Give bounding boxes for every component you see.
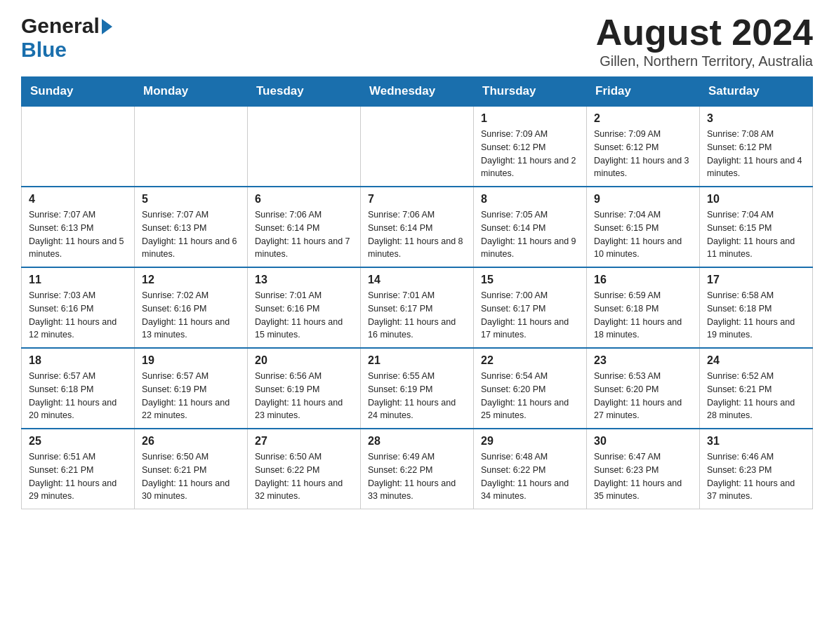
day-number: 25 — [29, 435, 127, 448]
day-info: Sunrise: 6:53 AMSunset: 6:20 PMDaylight:… — [594, 370, 692, 422]
day-number: 12 — [142, 274, 240, 286]
logo-general-text: General — [21, 14, 100, 38]
calendar-day-cell: 26Sunrise: 6:50 AMSunset: 6:21 PMDayligh… — [135, 429, 248, 509]
calendar-day-cell: 5Sunrise: 7:07 AMSunset: 6:13 PMDaylight… — [135, 187, 248, 267]
logo: General Blue — [21, 14, 112, 62]
calendar-day-cell: 4Sunrise: 7:07 AMSunset: 6:13 PMDaylight… — [22, 187, 135, 267]
calendar-day-cell: 3Sunrise: 7:08 AMSunset: 6:12 PMDaylight… — [700, 106, 813, 187]
day-number: 20 — [255, 354, 353, 367]
day-number: 28 — [368, 435, 466, 448]
calendar-day-cell: 14Sunrise: 7:01 AMSunset: 6:17 PMDayligh… — [361, 267, 474, 348]
day-info: Sunrise: 7:04 AMSunset: 6:15 PMDaylight:… — [594, 208, 692, 261]
day-info: Sunrise: 6:56 AMSunset: 6:19 PMDaylight:… — [255, 370, 353, 422]
calendar-day-cell: 29Sunrise: 6:48 AMSunset: 6:22 PMDayligh… — [474, 429, 587, 509]
page-header: General Blue August 2024 Gillen, Norther… — [21, 14, 813, 69]
calendar-day-cell — [135, 106, 248, 187]
calendar-day-cell: 17Sunrise: 6:58 AMSunset: 6:18 PMDayligh… — [700, 267, 813, 348]
day-number: 8 — [481, 193, 579, 206]
calendar-day-cell: 28Sunrise: 6:49 AMSunset: 6:22 PMDayligh… — [361, 429, 474, 509]
logo-blue-text: Blue — [21, 38, 67, 61]
column-header-thursday: Thursday — [474, 77, 587, 107]
calendar-day-cell: 25Sunrise: 6:51 AMSunset: 6:21 PMDayligh… — [22, 429, 135, 509]
calendar-day-cell: 31Sunrise: 6:46 AMSunset: 6:23 PMDayligh… — [700, 429, 813, 509]
calendar-day-cell: 10Sunrise: 7:04 AMSunset: 6:15 PMDayligh… — [700, 187, 813, 267]
calendar-day-cell: 8Sunrise: 7:05 AMSunset: 6:14 PMDaylight… — [474, 187, 587, 267]
day-number: 6 — [255, 193, 353, 206]
calendar-week-row: 18Sunrise: 6:57 AMSunset: 6:18 PMDayligh… — [22, 348, 813, 429]
day-number: 23 — [594, 354, 692, 367]
day-info: Sunrise: 6:48 AMSunset: 6:22 PMDaylight:… — [481, 450, 579, 503]
calendar-day-cell: 23Sunrise: 6:53 AMSunset: 6:20 PMDayligh… — [587, 348, 700, 429]
day-info: Sunrise: 7:07 AMSunset: 6:13 PMDaylight:… — [142, 208, 240, 261]
month-title: August 2024 — [596, 14, 813, 51]
calendar-day-cell — [248, 106, 361, 187]
day-number: 14 — [368, 274, 466, 286]
day-info: Sunrise: 7:05 AMSunset: 6:14 PMDaylight:… — [481, 208, 579, 261]
calendar-day-cell: 6Sunrise: 7:06 AMSunset: 6:14 PMDaylight… — [248, 187, 361, 267]
calendar-day-cell: 22Sunrise: 6:54 AMSunset: 6:20 PMDayligh… — [474, 348, 587, 429]
title-section: August 2024 Gillen, Northern Territory, … — [596, 14, 813, 69]
day-number: 22 — [481, 354, 579, 367]
day-number: 27 — [255, 435, 353, 448]
day-number: 17 — [707, 274, 805, 286]
day-info: Sunrise: 6:58 AMSunset: 6:18 PMDaylight:… — [707, 289, 805, 342]
calendar-day-cell: 19Sunrise: 6:57 AMSunset: 6:19 PMDayligh… — [135, 348, 248, 429]
calendar-day-cell: 2Sunrise: 7:09 AMSunset: 6:12 PMDaylight… — [587, 106, 700, 187]
calendar-header: SundayMondayTuesdayWednesdayThursdayFrid… — [22, 77, 813, 107]
calendar-day-cell: 1Sunrise: 7:09 AMSunset: 6:12 PMDaylight… — [474, 106, 587, 187]
day-number: 15 — [481, 274, 579, 286]
day-info: Sunrise: 6:46 AMSunset: 6:23 PMDaylight:… — [707, 450, 805, 503]
calendar-body: 1Sunrise: 7:09 AMSunset: 6:12 PMDaylight… — [22, 106, 813, 509]
calendar-day-cell: 21Sunrise: 6:55 AMSunset: 6:19 PMDayligh… — [361, 348, 474, 429]
day-info: Sunrise: 6:50 AMSunset: 6:22 PMDaylight:… — [255, 450, 353, 503]
day-info: Sunrise: 7:01 AMSunset: 6:17 PMDaylight:… — [368, 289, 466, 342]
day-info: Sunrise: 7:01 AMSunset: 6:16 PMDaylight:… — [255, 289, 353, 342]
day-number: 9 — [594, 193, 692, 206]
logo-arrow-icon — [102, 19, 112, 34]
day-info: Sunrise: 6:59 AMSunset: 6:18 PMDaylight:… — [594, 289, 692, 342]
day-number: 18 — [29, 354, 127, 367]
day-info: Sunrise: 7:06 AMSunset: 6:14 PMDaylight:… — [368, 208, 466, 261]
day-info: Sunrise: 6:57 AMSunset: 6:19 PMDaylight:… — [142, 370, 240, 422]
day-number: 24 — [707, 354, 805, 367]
calendar-day-cell: 18Sunrise: 6:57 AMSunset: 6:18 PMDayligh… — [22, 348, 135, 429]
day-info: Sunrise: 6:51 AMSunset: 6:21 PMDaylight:… — [29, 450, 127, 503]
calendar-table: SundayMondayTuesdayWednesdayThursdayFrid… — [21, 76, 813, 509]
day-number: 3 — [707, 112, 805, 125]
day-info: Sunrise: 6:55 AMSunset: 6:19 PMDaylight:… — [368, 370, 466, 422]
day-info: Sunrise: 6:50 AMSunset: 6:21 PMDaylight:… — [142, 450, 240, 503]
calendar-day-cell: 12Sunrise: 7:02 AMSunset: 6:16 PMDayligh… — [135, 267, 248, 348]
calendar-day-cell: 16Sunrise: 6:59 AMSunset: 6:18 PMDayligh… — [587, 267, 700, 348]
day-info: Sunrise: 6:57 AMSunset: 6:18 PMDaylight:… — [29, 370, 127, 422]
day-number: 7 — [368, 193, 466, 206]
day-info: Sunrise: 6:52 AMSunset: 6:21 PMDaylight:… — [707, 370, 805, 422]
calendar-day-cell: 15Sunrise: 7:00 AMSunset: 6:17 PMDayligh… — [474, 267, 587, 348]
day-number: 1 — [481, 112, 579, 125]
column-header-friday: Friday — [587, 77, 700, 107]
day-number: 26 — [142, 435, 240, 448]
day-info: Sunrise: 7:07 AMSunset: 6:13 PMDaylight:… — [29, 208, 127, 261]
calendar-day-cell: 11Sunrise: 7:03 AMSunset: 6:16 PMDayligh… — [22, 267, 135, 348]
day-info: Sunrise: 7:08 AMSunset: 6:12 PMDaylight:… — [707, 128, 805, 180]
day-number: 5 — [142, 193, 240, 206]
day-number: 11 — [29, 274, 127, 286]
day-number: 29 — [481, 435, 579, 448]
day-number: 16 — [594, 274, 692, 286]
day-info: Sunrise: 6:47 AMSunset: 6:23 PMDaylight:… — [594, 450, 692, 503]
calendar-day-cell: 7Sunrise: 7:06 AMSunset: 6:14 PMDaylight… — [361, 187, 474, 267]
day-number: 31 — [707, 435, 805, 448]
calendar-day-cell: 27Sunrise: 6:50 AMSunset: 6:22 PMDayligh… — [248, 429, 361, 509]
calendar-week-row: 4Sunrise: 7:07 AMSunset: 6:13 PMDaylight… — [22, 187, 813, 267]
day-number: 21 — [368, 354, 466, 367]
day-info: Sunrise: 7:06 AMSunset: 6:14 PMDaylight:… — [255, 208, 353, 261]
calendar-week-row: 1Sunrise: 7:09 AMSunset: 6:12 PMDaylight… — [22, 106, 813, 187]
column-header-monday: Monday — [135, 77, 248, 107]
day-info: Sunrise: 7:09 AMSunset: 6:12 PMDaylight:… — [481, 128, 579, 180]
header-row: SundayMondayTuesdayWednesdayThursdayFrid… — [22, 77, 813, 107]
calendar-week-row: 11Sunrise: 7:03 AMSunset: 6:16 PMDayligh… — [22, 267, 813, 348]
day-number: 19 — [142, 354, 240, 367]
calendar-day-cell: 13Sunrise: 7:01 AMSunset: 6:16 PMDayligh… — [248, 267, 361, 348]
column-header-wednesday: Wednesday — [361, 77, 474, 107]
day-number: 30 — [594, 435, 692, 448]
calendar-day-cell: 24Sunrise: 6:52 AMSunset: 6:21 PMDayligh… — [700, 348, 813, 429]
